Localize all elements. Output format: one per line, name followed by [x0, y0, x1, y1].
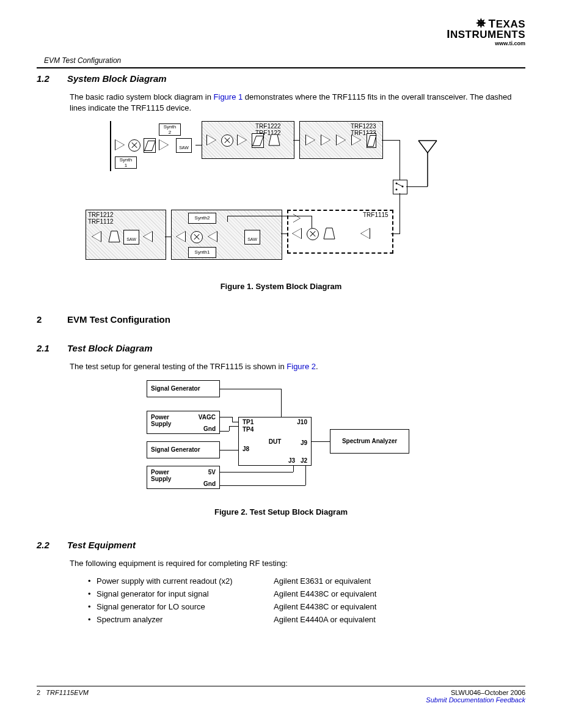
- section-number: 2.2: [37, 540, 67, 550]
- section-title: Test Equipment: [67, 540, 136, 550]
- svg-marker-8: [324, 228, 335, 239]
- section-title: Test Block Diagram: [67, 343, 153, 353]
- dut-box: DUT TP1 J10 TP4 J8 J9 J3 J2: [238, 417, 312, 466]
- figure-1-diagram: Synth 2 Synth 1 SAW TRF1222 TRF1122 TRF1…: [110, 121, 452, 277]
- synth2b-box: Synth2: [188, 213, 216, 224]
- list-item: •Signal generator for LO sourceAgilent E…: [70, 602, 525, 611]
- svg-point-2: [396, 189, 398, 191]
- submit-feedback-link[interactable]: Submit Documentation Feedback: [426, 696, 525, 704]
- list-item: •Power supply with current readout (x2)A…: [70, 576, 525, 586]
- list-item: •Signal generator for input signalAgilen…: [70, 589, 525, 598]
- synth1-box: Synth 1: [115, 156, 137, 169]
- antenna-icon: [415, 134, 440, 189]
- figure-1-caption: Figure 1. System Block Diagram: [37, 282, 525, 291]
- section-title: System Block Diagram: [67, 73, 167, 84]
- divider: [37, 67, 525, 68]
- figure-2-link[interactable]: Figure 2: [286, 362, 316, 371]
- svg-marker-7: [109, 231, 120, 242]
- page-number: 2: [37, 689, 40, 696]
- section-2-1-heading: 2.1Test Block Diagram: [37, 343, 525, 353]
- svg-marker-0: [269, 134, 280, 145]
- list-item: •Spectrum analyzerAgilent E4440A or equi…: [70, 615, 525, 624]
- equipment-list: •Power supply with current readout (x2)A…: [70, 576, 525, 624]
- section-2-2-heading: 2.2Test Equipment: [37, 540, 525, 550]
- section-2-heading: 2EVM Test Configuration: [37, 314, 525, 325]
- trf1212-label: TRF1212 TRF1112: [88, 211, 114, 225]
- siggen1-box: Signal Generator: [147, 380, 220, 397]
- saw-box-2: SAW: [123, 230, 139, 245]
- doc-title: TRF1115EVM: [46, 689, 89, 696]
- ps1-box: PowerSupply VAGC Gnd: [147, 411, 220, 434]
- spectrum-box: Spectrum Analyzer: [330, 429, 409, 454]
- figure-2-caption: Figure 2. Test Setup Block Diagram: [37, 507, 525, 517]
- figure-2-diagram: Signal Generator PowerSupply VAGC Gnd Si…: [147, 380, 415, 502]
- figure-1-link[interactable]: Figure 1: [214, 92, 243, 101]
- saw-box-3: SAW: [244, 230, 260, 245]
- page-footer: 2 TRF1115EVM SLWU046–October 2006 Submit…: [37, 686, 525, 704]
- doc-number: SLWU046–October 2006: [451, 689, 525, 696]
- ti-url: www.ti.com: [447, 41, 525, 46]
- section-1-2-heading: 1.2System Block Diagram: [37, 73, 525, 84]
- section-title: EVM Test Configuration: [67, 314, 170, 325]
- section-number: 2.1: [37, 343, 67, 353]
- section-2-1-body: The test setup for general testing of th…: [70, 361, 525, 372]
- synth1b-box: Synth1: [188, 247, 216, 258]
- synth2-box: Synth 2: [159, 123, 181, 136]
- svg-line-4: [396, 183, 403, 186]
- section-1-2-body: The basic radio system block diagram in …: [70, 92, 525, 113]
- section-number: 1.2: [37, 73, 67, 84]
- ps2-box: PowerSupply 5V Gnd: [147, 466, 220, 489]
- siggen2-box: Signal Generator: [147, 441, 220, 458]
- running-head: EVM Test Configuration: [37, 56, 525, 65]
- section-2-2-intro: The following equipment is required for …: [70, 558, 525, 569]
- saw-box: SAW: [176, 138, 192, 153]
- ti-logo: ✵ TEXAS INSTRUMENTS www.ti.com: [447, 17, 525, 46]
- section-number: 2: [37, 314, 67, 325]
